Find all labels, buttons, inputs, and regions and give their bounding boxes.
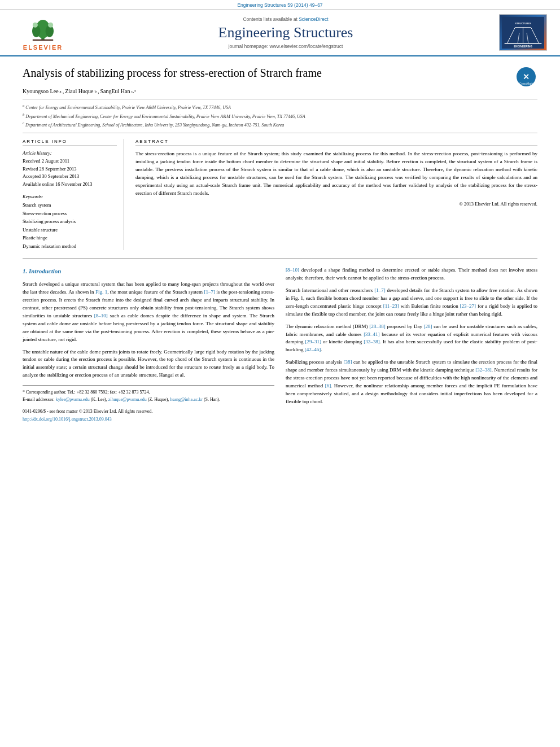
elsevier-tree-icon: [23, 15, 63, 43]
ref-33-41-link[interactable]: [33–41]: [364, 331, 380, 337]
article-info-col: ARTICLE INFO Article history: Received 2…: [23, 139, 124, 250]
history-subtitle: Article history:: [23, 150, 117, 156]
abstract-text: The stress-erection process is a unique …: [135, 150, 537, 198]
keyword-6: Dynamic relaxation method: [23, 242, 117, 250]
ref-8-10-link-1[interactable]: [8–10]: [94, 313, 108, 318]
journal-logo-box: ENGINEERING STRUCTURES: [499, 14, 547, 51]
body-para-1: Strarch developed a unique structural sy…: [23, 281, 274, 344]
fig1-link-1[interactable]: Fig. 1: [95, 289, 107, 295]
keyword-4: Unstable structure: [23, 226, 117, 234]
keyword-3: Stabilizing process analysis: [23, 217, 117, 225]
keyword-5: Plastic hinge: [23, 234, 117, 242]
article-history-block: Article history: Received 2 August 2011 …: [23, 150, 117, 188]
keywords-subtitle: Keywords:: [23, 194, 117, 199]
body-section: 1. Introduction Strarch developed a uniq…: [23, 267, 537, 423]
email-link-1[interactable]: kylee@pvamu.edu: [56, 397, 90, 402]
ref-28-38-link[interactable]: [28–38]: [369, 324, 386, 329]
elsevier-logo-section: ELSEVIER: [9, 15, 77, 51]
affil-2: b Department of Mechanical Engineering, …: [23, 112, 537, 120]
ref-29-31-link[interactable]: [29–31]: [305, 339, 321, 344]
ref-28-link[interactable]: [28]: [424, 324, 432, 329]
email-footnote: E-mail addresses: kylee@pvamu.edu (K. Le…: [23, 396, 274, 404]
and-text: and: [352, 391, 359, 396]
email-link-3[interactable]: hsang@inha.ac.kr: [170, 397, 203, 402]
ref-42-46-link[interactable]: [42–46]: [305, 347, 321, 352]
body-right-para-1: [8–10] developed a shape finding method …: [286, 267, 537, 282]
ref-1-7-link-1[interactable]: [1–7]: [204, 289, 215, 295]
body-right-col: [8–10] developed a shape finding method …: [286, 267, 537, 423]
title-row: Analysis of stabilizing process for stre…: [23, 65, 537, 88]
abstract-label: ABSTRACT: [135, 139, 537, 146]
article-title: Analysis of stabilizing process for stre…: [23, 65, 515, 80]
article-info-label: ARTICLE INFO: [23, 139, 117, 146]
svg-text:STRUCTURES: STRUCTURES: [515, 22, 531, 25]
contents-line: Contents lists available at ScienceDirec…: [77, 16, 495, 22]
ref-32-38-link-2[interactable]: [32–38]: [475, 367, 492, 373]
svg-text:ENGINEERING: ENGINEERING: [514, 45, 532, 48]
crossmark-area: ✕ CrossMark: [515, 65, 537, 88]
journal-ref-bar: Engineering Structures 59 (2014) 49–67: [0, 0, 560, 10]
accepted-date: Accepted 30 September 2013: [23, 173, 117, 181]
ref-8-10-link-2[interactable]: [8–10]: [286, 267, 299, 273]
info-abstract-section: ARTICLE INFO Article history: Received 2…: [23, 139, 537, 250]
body-right-para-3: The dynamic relaxation method (DRM) [28–…: [286, 323, 537, 355]
journal-banner: ELSEVIER Contents lists available at Sci…: [0, 10, 560, 56]
journal-title: Engineering Structures: [77, 24, 495, 41]
journal-logo-box-area: ENGINEERING STRUCTURES: [495, 14, 551, 51]
ref-1-7-link-2[interactable]: [1–7]: [374, 287, 386, 293]
revised-date: Revised 28 September 2013: [23, 165, 117, 173]
abstract-col: ABSTRACT The stress-erection process is …: [135, 139, 537, 250]
keyword-1: Strarch system: [23, 201, 117, 209]
body-right-para-2: Strarch International and other research…: [286, 287, 537, 318]
author-2-name: Ziaul Huque: [65, 88, 93, 94]
doi-footer: 0141-0296/$ - see front matter © 2013 El…: [23, 408, 274, 423]
author-1-sup: a: [60, 89, 62, 94]
body-left-col: 1. Introduction Strarch developed a uniq…: [23, 267, 274, 423]
ref-6-link[interactable]: [6]: [325, 383, 331, 388]
intro-heading: 1. Introduction: [23, 267, 274, 276]
author-2-sup: b: [94, 89, 97, 94]
article-container: Analysis of stabilizing process for stre…: [0, 56, 560, 435]
svg-point-5: [48, 22, 53, 27]
svg-point-4: [33, 22, 38, 27]
banner-center: Contents lists available at ScienceDirec…: [77, 16, 495, 49]
ref-23-27-link[interactable]: [23–27]: [460, 303, 476, 309]
keyword-2: Stress-erection process: [23, 209, 117, 217]
doi-link[interactable]: http://dx.doi.org/10.1016/j.engstruct.20…: [23, 417, 112, 422]
corresponding-note: * Corresponding author. Tel.: +82 32 860…: [23, 389, 274, 396]
journal-ref-text: Engineering Structures 59 (2014) 49–67: [237, 2, 322, 8]
elsevier-brand-text: ELSEVIER: [23, 44, 63, 51]
author-1-name: Kyoungsoo Lee: [23, 88, 59, 94]
ref-38-link[interactable]: [38]: [343, 359, 352, 365]
author-3-name: SangEul Han: [100, 88, 130, 94]
email-link-2[interactable]: zihuque@pvamu.edu: [108, 397, 147, 402]
section-divider: [23, 258, 537, 259]
affiliations-block: a Center for Energy and Environmental Su…: [23, 99, 537, 133]
crossmark-icon: ✕ CrossMark: [516, 67, 536, 87]
author-3-sup: c,*: [132, 89, 136, 94]
keywords-block: Keywords: Strarch system Stress-erection…: [23, 194, 117, 250]
copyright-line: © 2013 Elsevier Ltd. All rights reserved…: [135, 201, 537, 207]
homepage-line: journal homepage: www.elsevier.com/locat…: [77, 43, 495, 49]
email-label: E-mail addresses:: [23, 397, 55, 402]
elsevier-logo: ELSEVIER: [23, 15, 63, 51]
svg-text:✕: ✕: [523, 72, 530, 81]
available-date: Available online 16 November 2013: [23, 181, 117, 189]
affil-1: a Center for Energy and Environmental Su…: [23, 103, 537, 111]
ref-32-38-link[interactable]: [32–38]: [364, 339, 380, 344]
received-date: Received 2 August 2011: [23, 158, 117, 165]
authors-line: Kyoungsoo Leea, Ziaul Huqueb, SangEul Ha…: [23, 88, 537, 94]
svg-rect-6: [33, 39, 53, 41]
affil-3: c Department of Architectural Engineerin…: [23, 120, 537, 129]
footnote-section: * Corresponding author. Tel.: +82 32 860…: [23, 385, 274, 404]
body-para-2: The unstable nature of the cable dome pe…: [23, 348, 274, 380]
sciencedirect-link[interactable]: ScienceDirect: [299, 16, 328, 22]
svg-text:CrossMark: CrossMark: [519, 82, 533, 85]
ref-11-23-link[interactable]: [11–23]: [383, 303, 399, 309]
license-text: 0141-0296/$ - see front matter © 2013 El…: [23, 408, 274, 416]
body-right-para-4: Stabilizing process analysis [38] can be…: [286, 359, 537, 406]
